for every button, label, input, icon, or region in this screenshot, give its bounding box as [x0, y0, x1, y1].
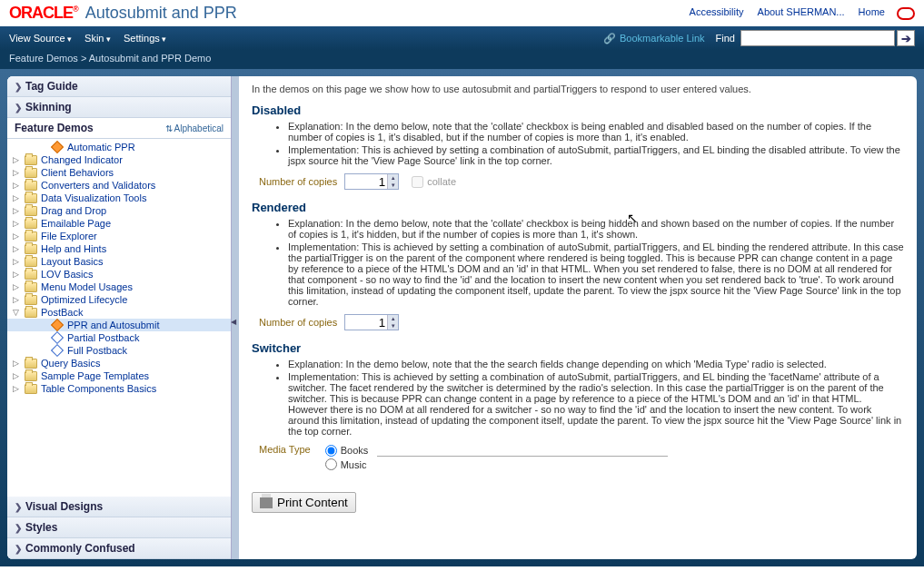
nav-tree[interactable]: Automatic PPR ▷Changed Indicator ▷Client…: [7, 139, 231, 497]
link-icon: 🔗: [603, 33, 616, 44]
switcher-heading: Switcher: [252, 341, 904, 355]
breadcrumb: Feature Demos > Autosubmit and PPR Demo: [0, 50, 924, 69]
expand-icon[interactable]: ▷: [11, 371, 21, 380]
section-tag-guide[interactable]: ❯Tag Guide: [7, 76, 231, 97]
about-link[interactable]: About SHERMAN...: [758, 6, 845, 17]
tree-item-automatic-ppr[interactable]: Automatic PPR: [7, 141, 231, 153]
tree-item-layout-basics[interactable]: ▷Layout Basics: [7, 255, 231, 268]
list-item: Explanation: In the demo below, note tha…: [288, 121, 904, 143]
folder-icon: [25, 257, 37, 267]
breadcrumb-root[interactable]: Feature Demos: [9, 53, 78, 64]
print-icon: [260, 497, 273, 508]
expand-icon[interactable]: ▷: [11, 219, 21, 228]
search-field[interactable]: [377, 444, 668, 457]
skin-menu[interactable]: Skin: [84, 33, 111, 44]
tree-item-postback[interactable]: ▽PostBack: [7, 306, 231, 319]
doc-icon: [51, 141, 64, 153]
list-item: Explanation: In the demo below, note tha…: [288, 218, 904, 240]
spinner-buttons-icon[interactable]: ▲▼: [387, 174, 398, 189]
tree-item-file-explorer[interactable]: ▷File Explorer: [7, 230, 231, 242]
radio-label: Music: [341, 459, 367, 470]
section-commonly-confused[interactable]: ❯Commonly Confused: [7, 538, 231, 559]
alphabetical-link[interactable]: ⇅Alphabetical: [165, 123, 224, 133]
expand-icon[interactable]: ▷: [11, 231, 21, 241]
section-skinning[interactable]: ❯Skinning: [7, 97, 231, 118]
print-content-button[interactable]: Print Content: [252, 492, 356, 513]
find-label: Find: [716, 33, 735, 44]
tree-item-optimized-lifecycle[interactable]: ▷Optimized Lifecycle: [7, 293, 231, 306]
splitter[interactable]: [232, 76, 239, 559]
media-radio-music[interactable]: [325, 458, 337, 470]
doc-icon: [51, 331, 64, 344]
view-source-menu[interactable]: View Source: [9, 33, 72, 44]
list-item: Implementation: This is achieved by sett…: [288, 241, 904, 307]
switcher-bullets: Explanation: In the demo below, note tha…: [288, 359, 904, 437]
tree-item-query-basics[interactable]: ▷Query Basics: [7, 357, 231, 369]
tree-item-full-postback[interactable]: Full Postback: [7, 344, 231, 357]
folder-icon: [25, 308, 37, 318]
folder-icon: [25, 219, 37, 229]
disabled-bullets: Explanation: In the demo below, note tha…: [288, 121, 904, 166]
spinner-buttons-icon[interactable]: ▲▼: [387, 315, 398, 330]
header: ORACLE® Autosubmit and PPR Accessibility…: [0, 0, 924, 26]
tree-item-changed-indicator[interactable]: ▷Changed Indicator: [7, 153, 231, 166]
chevron-right-icon: ❯: [15, 103, 22, 113]
tree-item-data-viz[interactable]: ▷Data Visualization Tools: [7, 192, 231, 204]
tree-item-emailable[interactable]: ▷Emailable Page: [7, 217, 231, 230]
tree-item-converters[interactable]: ▷Converters and Validators: [7, 179, 231, 192]
tree-item-menu-model[interactable]: ▷Menu Model Usages: [7, 281, 231, 293]
main-content: ↖ In the demos on this page we show how …: [239, 76, 917, 559]
home-link[interactable]: Home: [859, 6, 885, 17]
tree-item-table-basics[interactable]: ▷Table Components Basics: [7, 382, 231, 395]
chevron-right-icon: ❯: [15, 502, 22, 512]
folder-icon: [25, 244, 37, 254]
collapse-icon[interactable]: ▽: [11, 308, 21, 317]
folder-icon: [25, 181, 37, 191]
folder-icon: [25, 282, 37, 292]
settings-menu[interactable]: Settings: [124, 33, 166, 44]
intro-text: In the demos on this page we show how to…: [252, 84, 904, 94]
tree-item-sample-templates[interactable]: ▷Sample Page Templates: [7, 369, 231, 382]
rendered-heading: Rendered: [252, 201, 904, 214]
find-input[interactable]: [740, 30, 895, 46]
section-visual-designs[interactable]: ❯Visual Designs: [7, 497, 231, 517]
expand-icon[interactable]: ▷: [11, 181, 21, 190]
section-feature-demos[interactable]: Feature Demos ⇅Alphabetical: [7, 118, 231, 139]
expand-icon[interactable]: ▷: [11, 244, 21, 253]
chevron-right-icon: ❯: [15, 544, 22, 554]
tree-item-lov-basics[interactable]: ▷LOV Basics: [7, 268, 231, 281]
list-item: Implementation: This is achieved by sett…: [288, 371, 904, 437]
find-go-button[interactable]: ➔: [897, 30, 915, 46]
media-radio-books[interactable]: [325, 445, 337, 457]
bookmarkable-link[interactable]: 🔗Bookmarkable Link: [603, 33, 705, 44]
expand-icon[interactable]: ▷: [11, 155, 21, 164]
copies-label: Number of copies: [259, 317, 337, 328]
folder-icon: [25, 270, 37, 280]
toolbar: View Source Skin Settings 🔗Bookmarkable …: [0, 26, 924, 50]
oracle-logo: ORACLE®: [9, 4, 78, 23]
tree-item-help-hints[interactable]: ▷Help and Hints: [7, 242, 231, 255]
doc-icon: [51, 344, 64, 357]
oracle-o-icon[interactable]: [897, 7, 915, 20]
tree-item-drag-drop[interactable]: ▷Drag and Drop: [7, 204, 231, 217]
expand-icon[interactable]: ▷: [11, 359, 21, 368]
expand-icon[interactable]: ▷: [11, 270, 21, 279]
sidebar: ❯Tag Guide ❯Skinning Feature Demos ⇅Alph…: [7, 76, 232, 559]
expand-icon[interactable]: ▷: [11, 282, 21, 291]
tree-item-client-behaviors[interactable]: ▷Client Behaviors: [7, 166, 231, 179]
expand-icon[interactable]: ▷: [11, 384, 21, 393]
folder-icon: [25, 371, 37, 381]
tree-item-ppr-autosubmit[interactable]: PPR and Autosubmit: [7, 319, 231, 331]
expand-icon[interactable]: ▷: [11, 295, 21, 304]
expand-icon[interactable]: ▷: [11, 206, 21, 215]
breadcrumb-current: Autosubmit and PPR Demo: [89, 53, 212, 64]
section-styles[interactable]: ❯Styles: [7, 517, 231, 538]
tree-item-partial-postback[interactable]: Partial Postback: [7, 331, 231, 344]
expand-icon[interactable]: ▷: [11, 257, 21, 266]
expand-icon[interactable]: ▷: [11, 168, 21, 177]
media-type-label: Media Type: [259, 444, 311, 455]
folder-icon: [25, 155, 37, 165]
accessibility-link[interactable]: Accessibility: [690, 6, 744, 17]
collate-label: collate: [427, 176, 456, 187]
expand-icon[interactable]: ▷: [11, 193, 21, 202]
